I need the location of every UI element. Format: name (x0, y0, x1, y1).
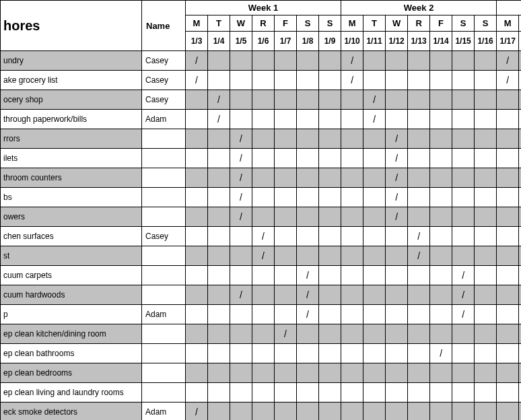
mark-cell (475, 305, 497, 324)
mark-cell: / (341, 51, 363, 71)
mark-cell (319, 168, 341, 188)
header-day: T (208, 15, 230, 32)
mark-cell (497, 383, 519, 403)
mark-cell (252, 305, 275, 324)
mark-cell (363, 266, 386, 285)
mark-cell (363, 227, 386, 246)
mark-cell (430, 90, 452, 110)
mark-cell (497, 149, 519, 168)
mark-cell (208, 188, 230, 207)
table-body: undryCasey///ake grocery listCasey///oce… (1, 51, 522, 421)
mark-cell (252, 188, 275, 207)
mark-cell (186, 285, 208, 305)
mark-cell (519, 246, 521, 266)
mark-cell: / (230, 188, 252, 207)
mark-cell (452, 71, 475, 90)
mark-cell (341, 285, 363, 305)
mark-cell (341, 363, 363, 383)
mark-cell (386, 363, 408, 383)
mark-cell: / (230, 129, 252, 149)
mark-cell (297, 207, 319, 227)
chore-cell: ake grocery list (1, 71, 142, 90)
chore-cell: chen surfaces (1, 227, 142, 246)
mark-cell (497, 266, 519, 285)
mark-cell: / (408, 246, 430, 266)
mark-cell (430, 71, 452, 90)
chore-cell: p (1, 305, 142, 324)
mark-cell (452, 363, 475, 383)
mark-cell (208, 149, 230, 168)
mark-cell (430, 305, 452, 324)
mark-cell (408, 168, 430, 188)
mark-cell (430, 324, 452, 344)
mark-cell (475, 188, 497, 207)
chores-table: hores Name Week 1 Week 2 MTWRFSSMTWRFSSM… (0, 0, 521, 420)
header-day: S (319, 15, 341, 32)
mark-cell (475, 285, 497, 305)
chore-cell: ilets (1, 149, 142, 168)
mark-cell (252, 344, 275, 363)
mark-cell (186, 344, 208, 363)
mark-cell (430, 246, 452, 266)
mark-cell (475, 383, 497, 403)
table-row: through paperwork/billsAdam/// (1, 110, 522, 129)
chore-cell: rrors (1, 129, 142, 149)
mark-cell (275, 285, 297, 305)
mark-cell (186, 129, 208, 149)
mark-cell: / (452, 285, 475, 305)
mark-cell (430, 168, 452, 188)
mark-cell (297, 90, 319, 110)
header-day: S (475, 15, 497, 32)
mark-cell (475, 207, 497, 227)
mark-cell (208, 324, 230, 344)
mark-cell (475, 246, 497, 266)
mark-cell: / (452, 266, 475, 285)
header-date: 1/4 (208, 32, 230, 51)
mark-cell (386, 344, 408, 363)
mark-cell (519, 227, 521, 246)
mark-cell (208, 403, 230, 421)
mark-cell (341, 403, 363, 421)
mark-cell (319, 305, 341, 324)
mark-cell (475, 71, 497, 90)
table-row: ocery shopCasey/// (1, 90, 522, 110)
mark-cell (319, 90, 341, 110)
mark-cell (452, 149, 475, 168)
mark-cell: / (208, 90, 230, 110)
mark-cell (408, 285, 430, 305)
mark-cell (408, 207, 430, 227)
mark-cell (319, 383, 341, 403)
mark-cell (275, 90, 297, 110)
mark-cell (319, 129, 341, 149)
mark-cell: / (252, 246, 275, 266)
mark-cell (408, 90, 430, 110)
mark-cell (208, 207, 230, 227)
mark-cell (497, 246, 519, 266)
mark-cell (208, 285, 230, 305)
mark-cell (363, 207, 386, 227)
mark-cell (363, 51, 386, 71)
name-cell (142, 207, 186, 227)
mark-cell (297, 227, 319, 246)
mark-cell (363, 149, 386, 168)
mark-cell: / (186, 403, 208, 421)
mark-cell (275, 207, 297, 227)
mark-cell (319, 51, 341, 71)
header-name: Name (142, 1, 186, 51)
table-row: chen surfacesCasey// (1, 227, 522, 246)
name-cell (142, 285, 186, 305)
mark-cell (275, 51, 297, 71)
mark-cell (430, 110, 452, 129)
mark-cell (297, 51, 319, 71)
mark-cell (519, 363, 521, 383)
mark-cell: / (452, 305, 475, 324)
table-row: ep clean kitchen/dining room/ (1, 324, 522, 344)
header-date: 1/18 (519, 32, 521, 51)
table-row: pAdam// (1, 305, 522, 324)
mark-cell (297, 344, 319, 363)
table-row: rrors/// (1, 129, 522, 149)
header-day: W (386, 15, 408, 32)
header-date: 1/11 (363, 32, 386, 51)
header-day: T (519, 15, 521, 32)
chore-cell: through paperwork/bills (1, 110, 142, 129)
